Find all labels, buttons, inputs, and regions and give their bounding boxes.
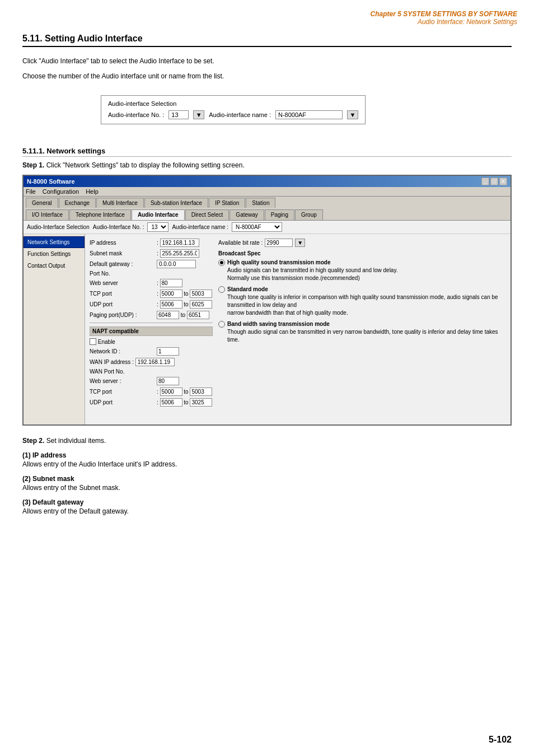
default-gw-label: Default gateway : (90, 261, 157, 267)
paging-port-to-input[interactable] (187, 311, 209, 319)
udp-port-to-label: to (182, 301, 190, 307)
napt-enable-checkbox[interactable] (90, 338, 96, 345)
step1-text: Step 1. Click "Network Settings" tab to … (22, 161, 512, 169)
radio-bandwidth[interactable] (218, 321, 225, 328)
paging-port-to-label: to (179, 312, 187, 318)
network-id-input[interactable] (157, 347, 179, 356)
audio-interface-selection-box: Audio-interface Selection Audio-interfac… (101, 95, 366, 124)
sw-main-content: Network Settings Function Settings Conta… (24, 234, 510, 424)
bitrate-dropdown[interactable]: ▼ (295, 239, 305, 247)
tab-telephone[interactable]: Telephone Interface (69, 209, 131, 220)
subnet-mask-input[interactable] (160, 249, 199, 258)
tab-exchange[interactable]: Exchange (59, 198, 96, 208)
wan-udp-port-input[interactable] (160, 398, 182, 407)
sw-ai-name-select[interactable]: N-8000AF (232, 222, 282, 232)
tab-audio-interface[interactable]: Audio Interface (132, 209, 185, 220)
udp-port-input[interactable] (160, 300, 182, 309)
sel-name-dropdown[interactable]: ▼ (347, 110, 358, 119)
sw-minimize-btn[interactable]: _ (481, 178, 489, 185)
menu-help[interactable]: Help (86, 188, 99, 195)
step2-desc: Set individual items. (46, 437, 106, 445)
bitrate-row: Available bit rate : ▼ (218, 239, 506, 247)
item2-desc: Allows entry of the Subnet mask. (22, 484, 512, 492)
broadcast-option-high-quality: High quality sound transmission mode Aud… (218, 259, 506, 282)
ip-address-label: IP address (90, 240, 157, 246)
wan-tcp-port-input[interactable] (160, 388, 182, 396)
wan-web-server-input[interactable] (157, 377, 179, 385)
step1-desc: Click "Network Settings" tab to display … (46, 161, 245, 169)
sw-titlebar-buttons: _ □ ✕ (481, 178, 507, 185)
sidebar-item-network-settings[interactable]: Network Settings (24, 236, 85, 248)
tab-general[interactable]: General (26, 198, 58, 208)
web-server-label: Web server (90, 280, 157, 286)
wan-udp-port-to-input[interactable] (190, 398, 212, 407)
chapter-line1: Chapter 5 SYSTEM SETTINGS BY SOFTWARE (371, 10, 517, 18)
sel-no-input[interactable] (168, 110, 189, 119)
radio-standard[interactable] (218, 286, 225, 293)
tab-group[interactable]: Group (295, 209, 323, 220)
tab-io-interface[interactable]: I/O Interface (26, 209, 69, 220)
radio-bandwidth-title: Band width saving transmission mode (227, 320, 506, 328)
intro-text-1: Click "Audio Interface" tab to select th… (22, 56, 512, 67)
wan-ip-row: WAN IP address : (90, 358, 213, 366)
wan-ip-input[interactable] (135, 358, 175, 366)
napt-enable-label: Enable (96, 339, 115, 345)
napt-enable-row: Enable (90, 338, 213, 345)
wan-tcp-port-to-label: to (182, 389, 190, 395)
ip-address-row: IP address : (90, 239, 213, 247)
bitrate-input[interactable] (265, 239, 293, 247)
sw-panel: IP address : Subnet mask : Default gatew… (85, 234, 510, 424)
tab-paging[interactable]: Paging (265, 209, 294, 220)
sel-no-label: Audio-interface No. : (108, 111, 164, 118)
step1-label: Step 1. (22, 161, 44, 169)
menu-file[interactable]: File (26, 188, 36, 195)
sw-maximize-btn[interactable]: □ (490, 178, 498, 185)
tab-gateway[interactable]: Gateway (229, 209, 264, 220)
tab-ip-station[interactable]: IP Station (209, 198, 245, 208)
tcp-port-input[interactable] (160, 290, 182, 298)
napt-section: NAPT compatible Enable Network ID : WAN (90, 326, 213, 407)
radio-high-quality-desc: Audio signals can be transmitted in high… (227, 267, 397, 282)
sidebar-item-function-settings[interactable]: Function Settings (24, 248, 85, 260)
tab-station[interactable]: Station (246, 198, 275, 208)
subnet-mask-row: Subnet mask : (90, 249, 213, 258)
tab-direct-select[interactable]: Direct Select (185, 209, 229, 220)
intro-text-2: Choose the number of the Audio interface… (22, 71, 512, 82)
wan-port-no-row: WAN Port No. (90, 368, 213, 375)
broadcast-section: Available bit rate : ▼ Broadcast Spec (218, 239, 506, 344)
wan-tcp-port-row: TCP port : to (90, 388, 213, 396)
sel-no-dropdown[interactable]: ▼ (193, 110, 204, 119)
tab-substation[interactable]: Sub-station Interface (144, 198, 208, 208)
radio-standard-desc: Though tone quality is inferior in compa… (227, 293, 506, 317)
tcp-port-label: TCP port (90, 291, 157, 297)
udp-port-label: UDP port (90, 301, 157, 307)
sw-ai-selection-label: Audio-Interface Selection (27, 224, 90, 230)
network-id-row: Network ID : (90, 347, 213, 356)
sw-left-col: IP address : Subnet mask : Default gatew… (90, 239, 213, 409)
udp-port-row: UDP port : to (90, 300, 213, 309)
default-gw-input[interactable] (157, 260, 196, 268)
ip-address-input[interactable] (160, 239, 199, 247)
item1-title: IP address (32, 451, 66, 459)
wan-udp-port-to-label: to (182, 399, 190, 405)
udp-port-to-input[interactable] (190, 300, 212, 309)
sw-ai-selection-row: Audio-Interface Selection Audio-Interfac… (24, 221, 510, 234)
sw-close-btn[interactable]: ✕ (499, 178, 507, 185)
sidebar-item-contact-output[interactable]: Contact Output (24, 260, 85, 272)
chapter-header: Chapter 5 SYSTEM SETTINGS BY SOFTWARE Au… (371, 10, 517, 26)
radio-high-quality[interactable] (218, 259, 225, 266)
tcp-port-to-input[interactable] (190, 290, 212, 298)
sel-name-input[interactable] (275, 110, 343, 119)
napt-title: NAPT compatible (90, 326, 213, 336)
web-server-input[interactable] (160, 279, 182, 287)
wan-tcp-port-to-input[interactable] (190, 388, 212, 396)
tab-multi-interface[interactable]: Multi Interface (96, 198, 144, 208)
port-no-label: Port No. (90, 270, 157, 277)
sw-menubar: File Configuration Help (24, 187, 510, 197)
paging-port-input[interactable] (157, 311, 179, 319)
radio-standard-title: Standard mode (227, 286, 506, 293)
sw-ai-no-select[interactable]: 13 (147, 222, 168, 232)
sw-titlebar: N-8000 Software _ □ ✕ (24, 176, 510, 187)
menu-configuration[interactable]: Configuration (43, 188, 79, 195)
item3-title: Default gateway (32, 498, 83, 506)
